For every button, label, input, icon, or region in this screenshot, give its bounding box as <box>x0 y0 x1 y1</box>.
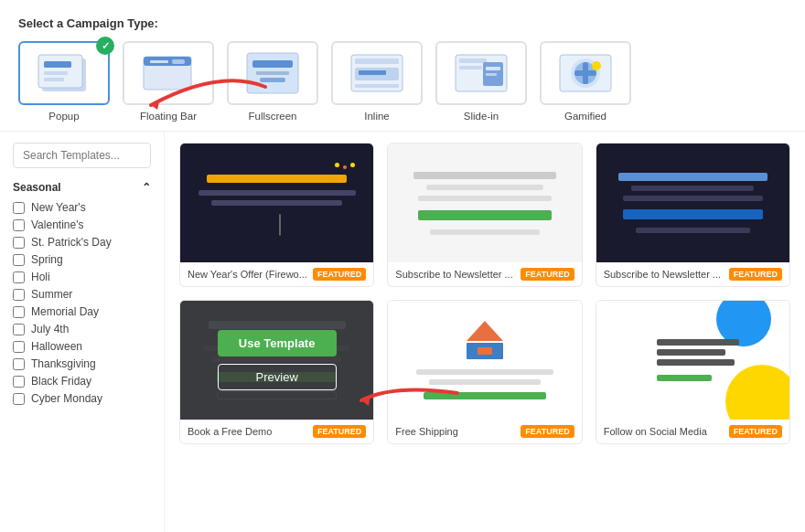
sidebar-checkbox-3[interactable] <box>13 254 25 266</box>
template-card-tpl-4[interactable]: Use TemplatePreviewBook a Free DemoFEATU… <box>179 300 374 444</box>
campaign-type-floating-bar[interactable]: Floating Bar <box>123 41 214 122</box>
template-card-tpl-3[interactable]: Use TemplatePreviewSubscribe to Newslett… <box>596 143 790 287</box>
sidebar-item-label-6: Memorial Day <box>31 305 99 318</box>
svg-rect-11 <box>256 71 289 75</box>
sidebar-checkbox-5[interactable] <box>13 289 25 301</box>
templates-area: Use TemplatePreviewNew Year's Offer (Fir… <box>165 132 805 532</box>
template-thumbnail-tpl-3: Use TemplatePreview <box>596 144 789 262</box>
svg-rect-20 <box>459 66 482 69</box>
sidebar-item-label-2: St. Patrick's Day <box>31 236 112 249</box>
use-template-button[interactable]: Use Template <box>218 330 337 356</box>
sidebar-checkbox-4[interactable] <box>13 271 25 283</box>
template-footer-tpl-6: Follow on Social MediaFEATURED <box>596 420 789 443</box>
svg-rect-4 <box>44 78 64 81</box>
svg-rect-2 <box>44 61 71 68</box>
search-input[interactable] <box>13 143 151 168</box>
template-card-tpl-5[interactable]: Use TemplatePreviewFree ShippingFEATURED <box>387 300 582 444</box>
sidebar-item-7[interactable]: July 4th <box>13 323 151 335</box>
template-footer-tpl-3: Subscribe to Newsletter ...FEATURED <box>596 262 789 286</box>
template-footer-tpl-1: New Year's Offer (Firewo...FEATURED <box>180 262 373 286</box>
sidebar-checkbox-8[interactable] <box>13 341 25 353</box>
template-thumbnail-tpl-4: Use TemplatePreview <box>180 301 373 420</box>
floating-bar-icon <box>139 49 198 97</box>
sidebar-item-2[interactable]: St. Patrick's Day <box>13 236 151 249</box>
sidebar-item-11[interactable]: Cyber Monday <box>13 392 151 405</box>
svg-rect-22 <box>486 67 500 70</box>
sidebar-item-5[interactable]: Summer <box>13 288 151 301</box>
featured-badge: FEATURED <box>313 268 366 281</box>
template-footer-tpl-2: Subscribe to Newsletter ...FEATURED <box>388 262 581 286</box>
template-thumbnail-tpl-1: Use TemplatePreview <box>180 144 373 262</box>
svg-rect-19 <box>459 59 487 63</box>
template-name-tpl-1: New Year's Offer (Firewo... <box>188 269 307 280</box>
sidebar-checkbox-10[interactable] <box>13 376 25 388</box>
template-footer-tpl-4: Book a Free DemoFEATURED <box>180 420 373 443</box>
sidebar-item-4[interactable]: Holi <box>13 271 151 283</box>
campaign-type-label-inline: Inline <box>364 111 390 122</box>
campaign-types-container: ✓ Popup Floating Bar Fullscreen <box>18 41 787 122</box>
sidebar-checkbox-9[interactable] <box>13 358 25 370</box>
main-content: Seasonal ⌃ New Year'sValentine'sSt. Patr… <box>0 131 805 532</box>
svg-rect-23 <box>486 73 497 76</box>
svg-rect-12 <box>260 78 285 82</box>
svg-rect-14 <box>355 59 399 64</box>
sidebar-item-10[interactable]: Black Friday <box>13 375 151 388</box>
svg-rect-7 <box>150 60 168 63</box>
category-label: Seasonal <box>13 181 61 194</box>
svg-rect-16 <box>359 70 386 75</box>
sidebar-item-9[interactable]: Thanksgiving <box>13 357 151 370</box>
campaign-type-popup[interactable]: ✓ Popup <box>18 41 110 122</box>
template-overlay-tpl-4: Use TemplatePreview <box>180 301 373 420</box>
sidebar-item-label-5: Summer <box>31 288 72 301</box>
template-card-tpl-2[interactable]: Use TemplatePreviewSubscribe to Newslett… <box>387 143 582 287</box>
sidebar-checkbox-1[interactable] <box>13 219 25 231</box>
featured-badge: FEATURED <box>729 268 782 281</box>
sidebar-item-label-4: Holi <box>31 271 50 283</box>
fullscreen-icon <box>243 49 302 97</box>
sidebar-item-1[interactable]: Valentine's <box>13 218 151 231</box>
sidebar-item-8[interactable]: Halloween <box>13 340 151 353</box>
campaign-type-label-slide-in: Slide-in <box>464 111 499 122</box>
gamified-icon <box>556 49 615 97</box>
featured-badge: FEATURED <box>313 425 366 438</box>
sidebar-checkbox-0[interactable] <box>13 202 25 214</box>
inline-icon <box>348 49 406 97</box>
section-label: Select a Campaign Type: <box>18 16 787 30</box>
campaign-type-label-popup: Popup <box>48 111 79 122</box>
selected-check-icon: ✓ <box>96 37 114 55</box>
campaign-type-inline[interactable]: Inline <box>331 41 423 122</box>
sidebar-item-6[interactable]: Memorial Day <box>13 305 151 318</box>
template-card-tpl-6[interactable]: Use TemplatePreviewFollow on Social Medi… <box>596 300 790 444</box>
template-name-tpl-3: Subscribe to Newsletter ... <box>604 269 721 280</box>
sidebar-checkbox-11[interactable] <box>13 393 25 405</box>
template-name-tpl-2: Subscribe to Newsletter ... <box>395 269 512 280</box>
svg-rect-28 <box>574 70 596 76</box>
campaign-type-fullscreen[interactable]: Fullscreen <box>227 41 318 122</box>
sidebar-item-0[interactable]: New Year's <box>13 201 151 214</box>
sidebar-checkbox-7[interactable] <box>13 324 25 335</box>
template-card-tpl-1[interactable]: Use TemplatePreviewNew Year's Offer (Fir… <box>179 143 374 287</box>
svg-rect-10 <box>252 60 293 68</box>
sidebar-item-label-11: Cyber Monday <box>31 392 102 405</box>
template-thumbnail-tpl-5: Use TemplatePreview <box>388 301 581 420</box>
slide-in-icon <box>452 49 510 97</box>
popup-icon <box>35 49 93 97</box>
svg-point-29 <box>592 61 601 70</box>
sidebar-item-label-7: July 4th <box>31 323 69 335</box>
campaign-type-gamified[interactable]: Gamified <box>540 41 631 122</box>
template-name-tpl-5: Free Shipping <box>395 426 458 437</box>
preview-button[interactable]: Preview <box>218 364 337 390</box>
sidebar-checkbox-6[interactable] <box>13 306 25 318</box>
featured-badge: FEATURED <box>521 425 574 438</box>
template-name-tpl-6: Follow on Social Media <box>604 426 707 437</box>
sidebar-item-label-8: Halloween <box>31 340 82 353</box>
sidebar-item-label-3: Spring <box>31 253 63 266</box>
template-footer-tpl-5: Free ShippingFEATURED <box>388 420 581 443</box>
campaign-type-slide-in[interactable]: Slide-in <box>435 41 527 122</box>
sidebar-item-3[interactable]: Spring <box>13 253 151 266</box>
sidebar-item-label-0: New Year's <box>31 201 86 214</box>
chevron-up-icon: ⌃ <box>142 181 151 194</box>
category-header[interactable]: Seasonal ⌃ <box>13 181 151 194</box>
campaign-type-label-floating-bar: Floating Bar <box>140 111 197 122</box>
sidebar-checkbox-2[interactable] <box>13 237 25 249</box>
